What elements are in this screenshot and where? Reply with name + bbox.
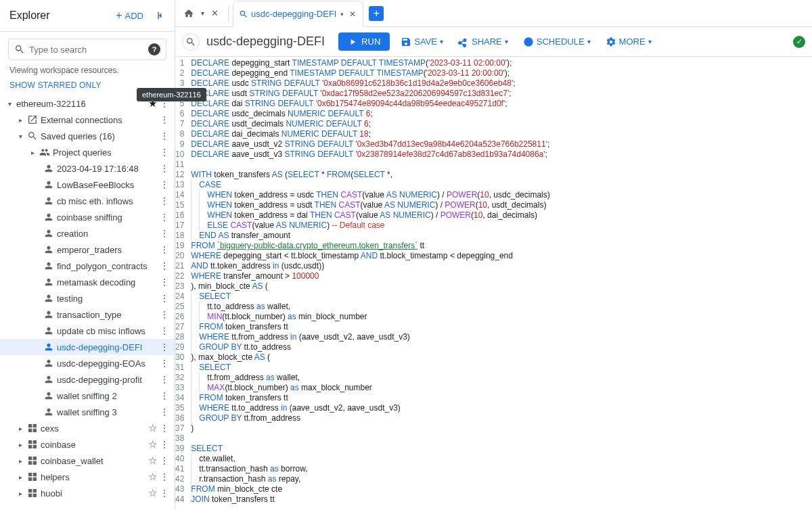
- kebab-icon[interactable]: ⋮: [158, 195, 171, 206]
- saved-query-item[interactable]: wallet sniffing 3⋮: [0, 404, 175, 420]
- kebab-icon[interactable]: ⋮: [158, 212, 171, 223]
- more-button[interactable]: MORE▾: [602, 34, 656, 50]
- saved-query-item[interactable]: transaction_type⋮: [0, 306, 175, 323]
- help-icon[interactable]: ?: [148, 43, 160, 55]
- kebab-icon[interactable]: ⋮: [158, 471, 171, 482]
- star-outline-icon[interactable]: ☆: [146, 471, 158, 483]
- kebab-icon[interactable]: ⋮: [158, 488, 171, 499]
- saved-query-item[interactable]: emperor_traders⋮: [0, 241, 175, 258]
- search-row: ?: [0, 32, 175, 64]
- saved-query-item[interactable]: find_polygon_contracts⋮: [0, 258, 175, 274]
- saved-query-item[interactable]: testing⋮: [0, 290, 175, 306]
- caret-right-icon[interactable]: ▸: [15, 473, 26, 481]
- save-button[interactable]: SAVE▾: [397, 34, 447, 50]
- caret-right-icon[interactable]: ▸: [15, 457, 26, 465]
- saved-query-item[interactable]: cb misc eth. inflows⋮: [0, 193, 175, 209]
- star-outline-icon[interactable]: ☆: [146, 455, 158, 467]
- saved-query-label: metamask decoding: [55, 277, 158, 287]
- dataset-item[interactable]: ▸coinbase☆⋮: [0, 436, 175, 453]
- kebab-icon[interactable]: ⋮: [158, 439, 171, 450]
- saved-query-item[interactable]: usdc-depegging-profit⋮: [0, 371, 175, 388]
- saved-query-item[interactable]: update cb misc inflows⋮: [0, 323, 175, 339]
- search-box[interactable]: ?: [8, 39, 166, 60]
- kebab-icon[interactable]: ⋮: [158, 260, 171, 271]
- kebab-icon[interactable]: ⋮: [158, 325, 171, 336]
- share-button[interactable]: SHARE▾: [454, 34, 512, 50]
- dataset-label: coinbase_wallet: [39, 456, 146, 466]
- collapse-sidebar-button[interactable]: [152, 7, 169, 24]
- saved-query-item[interactable]: usdc-depegging-EOAs⋮: [0, 355, 175, 371]
- new-tab-button[interactable]: +: [369, 6, 384, 21]
- caret-right-icon[interactable]: ▸: [27, 149, 38, 156]
- schedule-button[interactable]: SCHEDULE▾: [519, 34, 595, 50]
- caret-right-icon[interactable]: ▸: [15, 425, 26, 432]
- caret-right-icon[interactable]: ▸: [15, 441, 26, 448]
- saved-query-item[interactable]: LowBaseFeeBlocks⋮: [0, 177, 175, 193]
- dataset-item[interactable]: ▸cexs☆⋮: [0, 420, 175, 436]
- saved-query-label: creation: [55, 229, 158, 239]
- person-icon: [42, 325, 55, 336]
- kebab-icon[interactable]: ⋮: [158, 277, 171, 287]
- saved-query-item[interactable]: usdc-depegging-DEFI⋮: [0, 339, 175, 355]
- kebab-icon[interactable]: ⋮: [158, 244, 171, 255]
- tab-active[interactable]: usdc-depegging-DEFI ▾ ✕: [233, 1, 363, 27]
- caret-down-icon[interactable]: ▾: [15, 133, 26, 140]
- kebab-icon[interactable]: ⋮: [158, 455, 171, 466]
- play-icon: [348, 37, 357, 47]
- kebab-icon[interactable]: ⋮: [158, 163, 171, 174]
- star-outline-icon[interactable]: ☆: [146, 487, 158, 499]
- save-icon: [401, 37, 411, 47]
- saved-query-item[interactable]: creation⋮: [0, 225, 175, 241]
- home-icon[interactable]: [181, 5, 197, 22]
- main-panel: ▾ ✕ usdc-depegging-DEFI ▾ ✕ + usdc-depeg…: [175, 0, 812, 510]
- line-gutter: 1234567891011121314151617181920212223242…: [175, 57, 191, 510]
- saved-query-item[interactable]: coinbase sniffing⋮: [0, 209, 175, 225]
- project-queries-node[interactable]: ▸ Project queries ⋮: [0, 144, 175, 160]
- dataset-item[interactable]: ▸huobi☆⋮: [0, 485, 175, 501]
- code-content[interactable]: DECLARE depegging_start TIMESTAMP DEFAUL…: [191, 57, 549, 510]
- caret-right-icon[interactable]: ▸: [15, 116, 26, 124]
- saved-query-item[interactable]: 2023-04-19 17:16:48⋮: [0, 160, 175, 177]
- kebab-icon[interactable]: ⋮: [158, 179, 171, 190]
- chevron-down-icon[interactable]: ▾: [339, 11, 345, 18]
- query-type-icon[interactable]: [182, 33, 200, 51]
- close-icon[interactable]: ✕: [348, 9, 357, 19]
- dataset-item[interactable]: ▸coinbase_wallet☆⋮: [0, 453, 175, 469]
- search-icon: [14, 44, 25, 55]
- kebab-icon[interactable]: ⋮: [158, 358, 171, 369]
- external-connections-node[interactable]: ▸ External connections ⋮: [0, 112, 175, 128]
- saved-query-item[interactable]: wallet sniffing 2⋮: [0, 388, 175, 404]
- kebab-icon[interactable]: ⋮: [158, 131, 171, 141]
- kebab-icon[interactable]: ⋮: [158, 114, 171, 125]
- validation-ok-icon[interactable]: ✓: [793, 36, 805, 48]
- sidebar-meta: Viewing workspace resources.: [0, 64, 175, 76]
- dataset-item[interactable]: ▸helpers☆⋮: [0, 469, 175, 485]
- kebab-icon[interactable]: ⋮: [158, 390, 171, 401]
- dataset-icon: [26, 439, 39, 450]
- person-icon: [42, 212, 55, 223]
- chevron-down-icon[interactable]: ▾: [198, 7, 207, 20]
- kebab-icon[interactable]: ⋮: [158, 228, 171, 239]
- kebab-icon[interactable]: ⋮: [158, 293, 171, 304]
- kebab-icon[interactable]: ⋮: [158, 147, 171, 158]
- add-button[interactable]: + ADD: [110, 7, 149, 24]
- star-outline-icon[interactable]: ☆: [146, 422, 158, 434]
- caret-down-icon[interactable]: ▾: [4, 100, 15, 108]
- code-editor[interactable]: 1234567891011121314151617181920212223242…: [175, 57, 812, 510]
- saved-query-label: transaction_type: [55, 310, 158, 320]
- kebab-icon[interactable]: ⋮: [158, 423, 171, 434]
- search-input[interactable]: [29, 45, 144, 55]
- saved-queries-node[interactable]: ▾ Saved queries (16) ⋮: [0, 128, 175, 144]
- saved-query-label: wallet sniffing 2: [55, 391, 158, 401]
- saved-query-item[interactable]: metamask decoding⋮: [0, 274, 175, 290]
- person-icon: [42, 228, 55, 239]
- kebab-icon[interactable]: ⋮: [158, 374, 171, 385]
- kebab-icon[interactable]: ⋮: [158, 407, 171, 417]
- star-outline-icon[interactable]: ☆: [146, 438, 158, 450]
- kebab-icon[interactable]: ⋮: [158, 342, 171, 352]
- caret-right-icon[interactable]: ▸: [15, 490, 26, 497]
- kebab-icon[interactable]: ⋮: [158, 309, 171, 320]
- run-button[interactable]: RUN: [338, 32, 390, 51]
- chevron-down-icon: ▾: [505, 38, 508, 45]
- close-icon[interactable]: ✕: [208, 5, 221, 21]
